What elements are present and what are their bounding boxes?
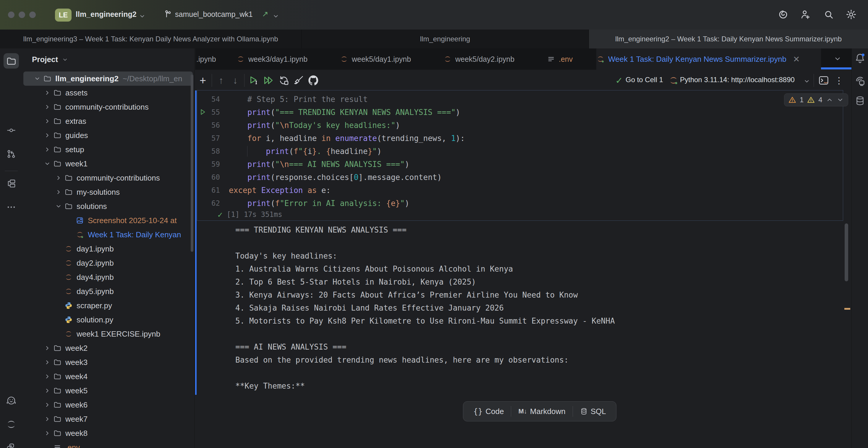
close-tab-icon[interactable]: ✕ [793, 54, 800, 64]
python-tool-icon[interactable] [6, 442, 17, 448]
run-all-cells-button[interactable] [262, 74, 275, 87]
run-cell-button[interactable] [247, 74, 260, 87]
tab-list-chevron-icon[interactable] [834, 55, 841, 63]
window-zoom-button[interactable] [29, 11, 36, 18]
chevron-right-icon [42, 387, 53, 394]
tree-item-day1-ipynb[interactable]: day1.ipynb [22, 242, 194, 256]
tree-item-label: scraper.py [76, 301, 112, 310]
code-text: for i, headline in enumerate(trending_ne… [229, 134, 465, 143]
tree-item-community-contributions[interactable]: community-contributions [22, 171, 194, 185]
jupyter-tool-icon[interactable] [6, 419, 17, 430]
editor-scrollbar[interactable] [845, 223, 848, 281]
tree-item-week4[interactable]: week4 [22, 370, 194, 384]
sql-cell-button[interactable]: SQL [573, 402, 613, 421]
window-tab[interactable]: llm_engineering [302, 30, 589, 49]
window-minimize-button[interactable] [19, 11, 25, 18]
ai-assistant-icon[interactable] [778, 9, 789, 20]
screen-search-icon[interactable] [855, 76, 866, 87]
move-cell-down-button[interactable]: ↓ [229, 74, 242, 87]
editor-tab[interactable]: .env [547, 49, 594, 70]
database-tool-icon[interactable] [855, 95, 866, 106]
clear-outputs-button[interactable] [292, 74, 305, 87]
code-text: print("=== TRENDING KENYAN NEWS ANALYSIS… [229, 108, 460, 117]
tree-item-community-contributions[interactable]: community-contributions [22, 100, 194, 114]
tree-item-label: week3 [65, 358, 88, 367]
inspections-widget[interactable]: 1 4 [784, 93, 848, 106]
tree-item-week-1-task-daily-kenyan[interactable]: Week 1 Task: Daily Kenyan [22, 228, 194, 242]
tree-item-label: setup [65, 145, 84, 154]
tree-item-solution-py[interactable]: solution.py [22, 313, 194, 327]
window-tab[interactable]: llm_engineering2 – Week 1 Task: Daily Ke… [589, 30, 868, 49]
tree-item-week6[interactable]: week6 [22, 398, 194, 412]
folder-icon [53, 131, 62, 140]
project-tool-icon[interactable] [6, 56, 17, 67]
execution-status: ✓ [1] 17s 351ms [218, 209, 282, 220]
run-line-icon[interactable] [199, 108, 207, 116]
tree-item-week1-exercise-ipynb[interactable]: week1 EXERCISE.ipynb [22, 327, 194, 341]
editor-tab[interactable]: .ipynb [196, 49, 223, 70]
tree-item-guides[interactable]: guides [22, 128, 194, 142]
tree-item-week7[interactable]: week7 [22, 412, 194, 426]
tree-item-week5[interactable]: week5 [22, 384, 194, 398]
project-panel-header[interactable]: Project [32, 55, 68, 64]
window-close-button[interactable] [8, 11, 14, 18]
chevron-down-icon[interactable] [273, 13, 279, 20]
tree-item-week3[interactable]: week3 [22, 355, 194, 370]
tree-item-assets[interactable]: assets [22, 86, 194, 100]
tree-item-week2[interactable]: week2 [22, 341, 194, 355]
editor-tab[interactable]: week5/day1.ipynb [340, 49, 429, 70]
add-user-icon[interactable] [800, 9, 811, 20]
image-icon [75, 216, 84, 225]
editor-tab[interactable]: week3/day1.ipynb [237, 49, 325, 70]
more-tools-icon[interactable] [6, 201, 17, 213]
cell-output: === TRENDING KENYAN NEWS ANALYSIS === To… [235, 223, 838, 392]
folder-icon [64, 173, 73, 182]
code-braces-icon: {} [473, 407, 483, 416]
jupyter-console-icon[interactable] [817, 74, 830, 87]
tree-item-solutions[interactable]: solutions [22, 199, 194, 213]
code-text: print(f"{i}. {headline}") [229, 147, 382, 156]
pull-requests-tool-icon[interactable] [6, 148, 17, 160]
prev-warning-icon[interactable] [826, 96, 833, 103]
jupyter-icon [443, 55, 452, 63]
notifications-bell-icon[interactable] [855, 53, 866, 64]
tree-item-screenshot-2025-10-24-at[interactable]: Screenshot 2025-10-24 at [22, 213, 194, 228]
move-cell-up-button[interactable]: ↑ [215, 74, 228, 87]
tree-item-day2-ipynb[interactable]: day2.ipynb [22, 256, 194, 270]
chevron-right-icon [42, 146, 53, 153]
tree-item-llm-engineering2[interactable]: llm_engineering2~/Desktop/llm_en [23, 71, 193, 86]
settings-gear-icon[interactable] [845, 9, 857, 20]
commit-tool-icon[interactable] [6, 125, 17, 136]
tree-item-extras[interactable]: extras [22, 114, 194, 128]
tree-item-setup[interactable]: setup [22, 142, 194, 157]
folder-icon [53, 429, 62, 438]
kernel-selector[interactable]: Python 3.11.14: http://localhost:8890 [680, 76, 795, 84]
tree-item-my-solutions[interactable]: my-solutions [22, 185, 194, 199]
goto-cell-button[interactable]: Go to Cell 1 [626, 76, 663, 84]
restart-kernel-button[interactable] [277, 74, 290, 87]
project-switcher[interactable]: llm_engineering2 [76, 10, 136, 19]
window-tab[interactable]: llm_engineering3 – Week 1 Task: Kenyan D… [0, 30, 301, 49]
editor-tab[interactable]: week5/day2.ipynb [443, 49, 532, 70]
code-editor-lines[interactable]: 54 # Step 5: Print the result55 print("=… [195, 91, 843, 210]
branch-switcher[interactable]: samuel_bootcamp_wk1 [175, 10, 253, 19]
github-icon[interactable] [307, 74, 320, 87]
tree-item-week1[interactable]: week1 [22, 157, 194, 171]
search-icon[interactable] [823, 9, 834, 20]
next-warning-icon[interactable] [837, 96, 844, 103]
markdown-cell-button[interactable]: M↓ Markdown [511, 402, 572, 421]
code-cell-button[interactable]: {} Code [466, 402, 511, 421]
structure-tool-icon[interactable] [6, 178, 17, 189]
add-cell-button[interactable]: + [196, 74, 209, 87]
tree-item-scraper-py[interactable]: scraper.py [22, 298, 194, 313]
kebab-menu-icon[interactable]: ⋮ [833, 74, 845, 87]
code-line: 58 print(f"{i}. {headline}") [195, 145, 843, 158]
tree-item-label: llm_engineering2 [55, 74, 119, 83]
tree-item-day4-ipynb[interactable]: day4.ipynb [22, 270, 194, 284]
tree-item--env[interactable]: .env [22, 440, 194, 448]
huggingface-tool-icon[interactable] [6, 395, 17, 407]
tree-item-week8[interactable]: week8 [22, 426, 194, 440]
tree-scrollbar[interactable] [191, 74, 193, 252]
tree-item-day5-ipynb[interactable]: day5.ipynb [22, 284, 194, 298]
editor-tab[interactable]: Week 1 Task: Daily Kenyan News Summarize… [596, 49, 821, 70]
